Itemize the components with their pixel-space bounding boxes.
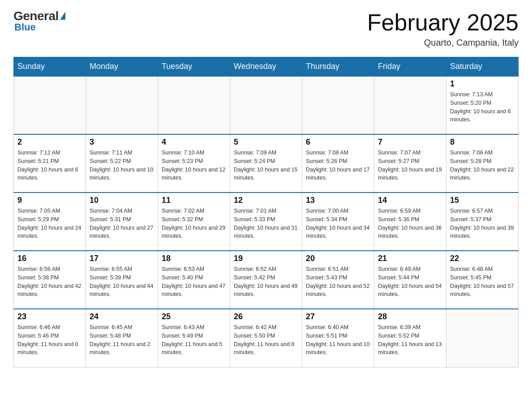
calendar-cell [86, 76, 158, 134]
day-info: Sunrise: 6:42 AMSunset: 5:50 PMDaylight:… [234, 323, 298, 357]
day-header-monday: Monday [86, 57, 158, 77]
day-info: Sunrise: 6:48 AMSunset: 5:45 PMDaylight:… [450, 265, 515, 299]
day-info: Sunrise: 6:53 AMSunset: 5:40 PMDaylight:… [162, 265, 226, 299]
day-header-saturday: Saturday [446, 57, 519, 77]
calendar-cell: 25Sunrise: 6:43 AMSunset: 5:49 PMDayligh… [158, 309, 230, 367]
day-header-sunday: Sunday [14, 57, 86, 77]
calendar-cell: 20Sunrise: 6:51 AMSunset: 5:43 PMDayligh… [302, 251, 374, 309]
calendar-cell: 4Sunrise: 7:10 AMSunset: 5:23 PMDaylight… [158, 134, 230, 193]
calendar-cell: 5Sunrise: 7:09 AMSunset: 5:24 PMDaylight… [230, 134, 302, 193]
day-info: Sunrise: 7:07 AMSunset: 5:27 PMDaylight:… [378, 149, 442, 182]
day-number: 9 [17, 196, 82, 205]
day-number: 26 [234, 312, 298, 321]
day-number: 4 [162, 137, 226, 147]
calendar-cell: 15Sunrise: 6:57 AMSunset: 5:37 PMDayligh… [446, 193, 519, 251]
day-number: 13 [306, 196, 370, 205]
day-info: Sunrise: 6:39 AMSunset: 5:52 PMDaylight:… [378, 323, 442, 357]
day-number: 10 [90, 196, 154, 205]
day-info: Sunrise: 6:55 AMSunset: 5:39 PMDaylight:… [90, 265, 154, 299]
day-info: Sunrise: 7:00 AMSunset: 5:34 PMDaylight:… [306, 207, 370, 240]
day-info: Sunrise: 7:04 AMSunset: 5:31 PMDaylight:… [90, 207, 154, 240]
calendar-cell: 3Sunrise: 7:11 AMSunset: 5:22 PMDaylight… [86, 134, 158, 193]
calendar-cell: 18Sunrise: 6:53 AMSunset: 5:40 PMDayligh… [158, 251, 230, 309]
day-number: 20 [306, 254, 370, 263]
day-number: 23 [17, 312, 82, 321]
page-header: General Blue February 2025 Quarto, Campa… [13, 9, 519, 48]
day-number: 7 [378, 137, 442, 147]
day-number: 11 [162, 196, 226, 205]
day-info: Sunrise: 7:08 AMSunset: 5:26 PMDaylight:… [306, 149, 370, 182]
day-info: Sunrise: 6:43 AMSunset: 5:49 PMDaylight:… [162, 323, 226, 357]
day-number: 14 [378, 196, 442, 205]
day-info: Sunrise: 7:13 AMSunset: 5:20 PMDaylight:… [450, 90, 515, 124]
calendar-cell: 19Sunrise: 6:52 AMSunset: 5:42 PMDayligh… [230, 251, 302, 309]
day-info: Sunrise: 6:40 AMSunset: 5:51 PMDaylight:… [306, 323, 370, 357]
logo-blue-text: Blue [14, 21, 36, 33]
calendar-cell: 8Sunrise: 7:06 AMSunset: 5:28 PMDaylight… [446, 134, 519, 193]
day-info: Sunrise: 7:06 AMSunset: 5:28 PMDaylight:… [450, 149, 515, 182]
day-number: 24 [90, 312, 154, 321]
calendar-cell: 23Sunrise: 6:46 AMSunset: 5:46 PMDayligh… [14, 309, 86, 367]
calendar-cell: 6Sunrise: 7:08 AMSunset: 5:26 PMDaylight… [302, 134, 374, 193]
day-info: Sunrise: 6:57 AMSunset: 5:37 PMDaylight:… [450, 207, 515, 240]
day-info: Sunrise: 7:11 AMSunset: 5:22 PMDaylight:… [90, 149, 154, 182]
calendar-cell: 9Sunrise: 7:05 AMSunset: 5:29 PMDaylight… [14, 193, 86, 251]
day-number: 15 [450, 196, 515, 205]
day-info: Sunrise: 6:51 AMSunset: 5:43 PMDaylight:… [306, 265, 370, 299]
day-info: Sunrise: 6:45 AMSunset: 5:48 PMDaylight:… [90, 323, 154, 357]
day-number: 17 [90, 254, 154, 263]
day-info: Sunrise: 7:02 AMSunset: 5:32 PMDaylight:… [162, 207, 226, 240]
calendar-cell [446, 309, 519, 367]
day-header-tuesday: Tuesday [158, 57, 230, 77]
calendar-subtitle: Quarto, Campania, Italy [367, 38, 519, 48]
week-row-1: 1Sunrise: 7:13 AMSunset: 5:20 PMDaylight… [14, 76, 519, 134]
day-number: 2 [17, 137, 82, 147]
logo: General Blue [13, 9, 66, 33]
calendar-cell: 17Sunrise: 6:55 AMSunset: 5:39 PMDayligh… [86, 251, 158, 309]
week-row-2: 2Sunrise: 7:12 AMSunset: 5:21 PMDaylight… [14, 134, 519, 193]
calendar-cell [374, 76, 446, 134]
day-header-thursday: Thursday [302, 57, 374, 77]
calendar-cell [230, 76, 302, 134]
day-number: 16 [17, 254, 82, 263]
calendar-cell [158, 76, 230, 134]
calendar-cell: 13Sunrise: 7:00 AMSunset: 5:34 PMDayligh… [302, 193, 374, 251]
day-number: 19 [234, 254, 298, 263]
day-number: 6 [306, 137, 370, 147]
calendar-cell: 7Sunrise: 7:07 AMSunset: 5:27 PMDaylight… [374, 134, 446, 193]
calendar-header-row: SundayMondayTuesdayWednesdayThursdayFrid… [14, 57, 519, 77]
calendar-title: February 2025 [367, 9, 519, 36]
calendar-cell [14, 76, 86, 134]
day-number: 22 [450, 254, 515, 263]
week-row-3: 9Sunrise: 7:05 AMSunset: 5:29 PMDaylight… [14, 193, 519, 251]
day-info: Sunrise: 7:12 AMSunset: 5:21 PMDaylight:… [17, 149, 82, 182]
calendar-cell: 21Sunrise: 6:49 AMSunset: 5:44 PMDayligh… [374, 251, 446, 309]
logo-triangle-icon [60, 12, 65, 20]
day-number: 3 [90, 137, 154, 147]
calendar-cell [302, 76, 374, 134]
week-row-4: 16Sunrise: 6:56 AMSunset: 5:38 PMDayligh… [14, 251, 519, 309]
day-header-friday: Friday [374, 57, 446, 77]
calendar-cell: 11Sunrise: 7:02 AMSunset: 5:32 PMDayligh… [158, 193, 230, 251]
calendar-cell: 1Sunrise: 7:13 AMSunset: 5:20 PMDaylight… [446, 76, 519, 134]
week-row-5: 23Sunrise: 6:46 AMSunset: 5:46 PMDayligh… [14, 309, 519, 367]
day-number: 21 [378, 254, 442, 263]
calendar-cell: 2Sunrise: 7:12 AMSunset: 5:21 PMDaylight… [14, 134, 86, 193]
day-info: Sunrise: 6:49 AMSunset: 5:44 PMDaylight:… [378, 265, 442, 299]
day-number: 25 [162, 312, 226, 321]
day-number: 12 [234, 196, 298, 205]
title-section: February 2025 Quarto, Campania, Italy [367, 9, 519, 48]
day-info: Sunrise: 6:52 AMSunset: 5:42 PMDaylight:… [234, 265, 298, 299]
calendar-table: SundayMondayTuesdayWednesdayThursdayFrid… [13, 57, 519, 368]
day-number: 27 [306, 312, 370, 321]
day-info: Sunrise: 6:46 AMSunset: 5:46 PMDaylight:… [17, 323, 82, 357]
calendar-cell: 10Sunrise: 7:04 AMSunset: 5:31 PMDayligh… [86, 193, 158, 251]
day-number: 1 [450, 79, 515, 89]
day-info: Sunrise: 6:59 AMSunset: 5:36 PMDaylight:… [378, 207, 442, 240]
day-number: 18 [162, 254, 226, 263]
day-number: 8 [450, 137, 515, 147]
calendar-cell: 27Sunrise: 6:40 AMSunset: 5:51 PMDayligh… [302, 309, 374, 367]
calendar-cell: 14Sunrise: 6:59 AMSunset: 5:36 PMDayligh… [374, 193, 446, 251]
day-info: Sunrise: 7:05 AMSunset: 5:29 PMDaylight:… [17, 207, 82, 240]
calendar-cell: 16Sunrise: 6:56 AMSunset: 5:38 PMDayligh… [14, 251, 86, 309]
